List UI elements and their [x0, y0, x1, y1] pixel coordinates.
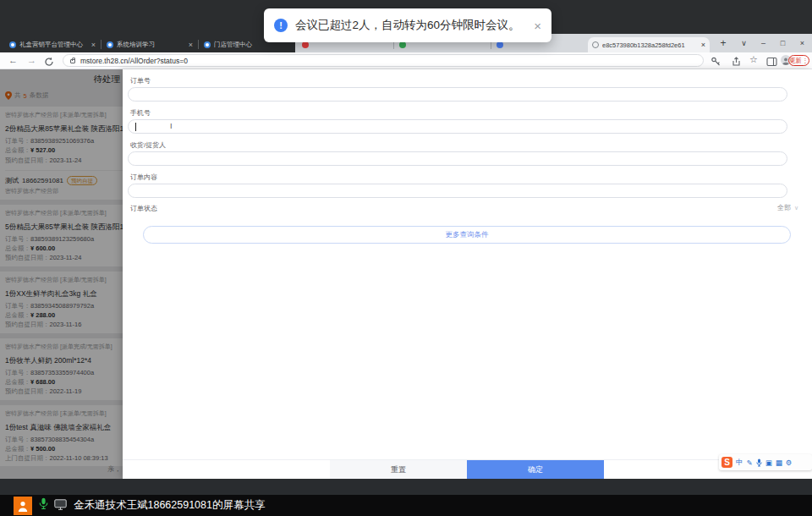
overflow-menu-icon: ⋮ [803, 58, 809, 64]
tab-separator [198, 40, 199, 49]
tab-title: e8c573980b1328a258fd2e61 [602, 41, 698, 49]
tab-hash-active[interactable]: e8c573980b1328a258fd2e61 × [588, 37, 710, 52]
microphone-icon[interactable] [39, 497, 48, 513]
tab-close-icon[interactable]: × [189, 41, 193, 49]
url-bar[interactable]: mstore.th28.cn/AllOrder?status=0 [63, 54, 704, 67]
order-list-sidebar: 待处理 共 5 条数据 密特罗德水产经营部 [未派单/无需拆单] 2份精品大果8… [0, 69, 123, 479]
ime-mic-icon[interactable] [756, 455, 762, 470]
chrome-update-button[interactable]: 更新 ⋮ [788, 55, 809, 66]
status-field-label: 订单状态 [130, 204, 157, 213]
bookmark-star-icon[interactable]: ☆ [749, 54, 758, 65]
globe-icon [592, 41, 599, 48]
site-favicon-icon [302, 41, 309, 48]
ime-handwriting-icon[interactable]: ✎ [747, 458, 753, 467]
url-text: mstore.th28.cn/AllOrder?status=0 [80, 57, 188, 65]
ibeam-cursor: I [170, 122, 173, 130]
tab-search-chevron-icon[interactable]: ∨ [734, 39, 754, 47]
site-favicon-icon [497, 41, 503, 48]
tab-title: 礼盒营销平台管理中心 [19, 41, 88, 49]
meeting-toast: ! 会议已超过2人，自动转为60分钟限时会议。 × [264, 8, 551, 42]
content-field-label: 订单内容 [130, 173, 157, 182]
info-icon: ! [274, 19, 288, 32]
tab-close-icon[interactable]: × [91, 41, 96, 49]
minimize-button[interactable]: – [754, 39, 773, 47]
maximize-button[interactable]: □ [773, 39, 793, 47]
screen-share-text: 金禾通技术王斌18662591081的屏幕共享 [74, 498, 265, 513]
ime-panel-icon[interactable]: ▣ [765, 458, 772, 467]
text-caret [135, 123, 136, 131]
back-icon[interactable]: ← [8, 55, 18, 65]
order-search-drawer: 订单号 手机号 I 收货/提货人 订单内容 订单状态 全部 ∨ 更多查询条件 重… [123, 69, 812, 479]
tab-gift-platform[interactable]: 礼盒营销平台管理中心 × [5, 37, 100, 52]
ime-skin-icon[interactable]: ▦ [776, 458, 782, 467]
screen: 礼盒营销平台管理中心 × 系统培训学习 × 门店管理中心 e8c573980b1… [0, 0, 812, 516]
taskbar: 金禾通技术王斌18662591081的屏幕共享 [0, 495, 812, 516]
new-tab-button[interactable]: + [717, 38, 729, 50]
password-key-icon[interactable] [710, 55, 721, 70]
order-no-field-label: 订单号 [130, 76, 151, 85]
receiver-input[interactable] [128, 151, 787, 166]
ime-toolbar[interactable]: S 中 ✎ ▣ ▦ ⚙ [719, 454, 812, 470]
ime-chinese-mode-icon[interactable]: 中 [736, 458, 743, 468]
side-panel-icon[interactable] [766, 55, 777, 70]
screen-share-icon[interactable] [54, 498, 67, 513]
site-favicon-icon [9, 41, 16, 48]
browser-toolbar: ← → mstore.th28.cn/AllOrder?status=0 ☆ 更… [0, 52, 812, 69]
drawer-footer: 重置 确定 [123, 459, 812, 479]
tab-title: 系统培训学习 [117, 41, 185, 49]
status-dropdown[interactable]: 全部 ∨ [777, 203, 798, 212]
reset-button[interactable]: 重置 [330, 460, 467, 479]
status-value: 全部 [777, 203, 791, 212]
confirm-button[interactable]: 确定 [467, 460, 604, 479]
tab-close-icon[interactable]: × [701, 41, 705, 49]
order-no-input[interactable] [128, 87, 787, 102]
ime-settings-icon[interactable]: ⚙ [786, 458, 793, 467]
phone-input[interactable] [128, 119, 787, 134]
more-conditions-button[interactable]: 更多查询条件 [143, 226, 791, 244]
content-input[interactable] [128, 184, 787, 198]
forward-icon[interactable]: → [27, 55, 36, 65]
site-favicon-icon [107, 41, 113, 48]
update-label: 更新 [790, 57, 802, 65]
tab-training[interactable]: 系统培训学习 × [102, 37, 197, 52]
page-bottom-band [0, 479, 812, 495]
close-window-button[interactable]: × [793, 39, 812, 47]
tab-separator [101, 40, 102, 49]
lock-icon [70, 59, 75, 63]
modal-backdrop [0, 69, 123, 479]
reload-icon[interactable] [44, 55, 54, 70]
site-favicon-icon [399, 41, 406, 48]
phone-field-label: 手机号 [130, 108, 151, 118]
chevron-down-icon: ∨ [794, 205, 798, 211]
window-controls: ∨ – □ × [734, 34, 812, 52]
site-favicon-icon [204, 41, 211, 48]
toast-message: 会议已超过2人，自动转为60分钟限时会议。 [295, 18, 520, 33]
presenter-avatar-icon[interactable] [14, 497, 32, 515]
receiver-field-label: 收货/提货人 [130, 140, 166, 150]
share-icon[interactable] [731, 55, 741, 70]
toast-close-icon[interactable]: × [534, 19, 541, 33]
sogou-logo-icon[interactable]: S [721, 457, 732, 468]
